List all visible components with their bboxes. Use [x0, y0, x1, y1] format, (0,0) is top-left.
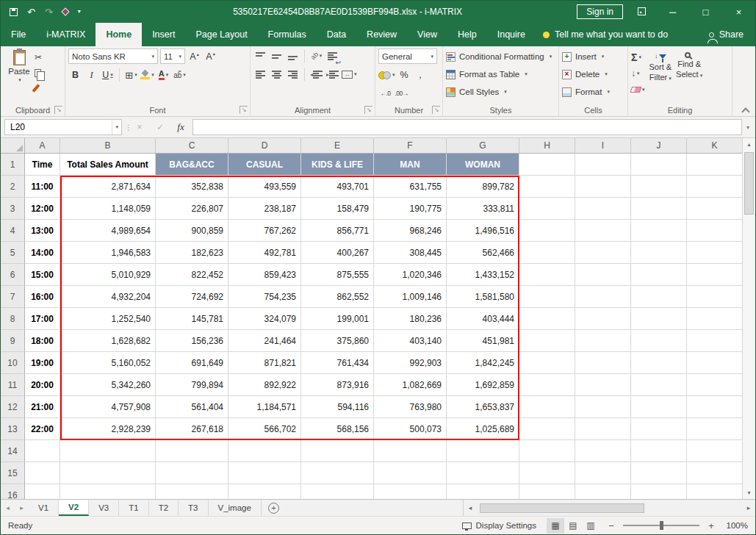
- cell-f8[interactable]: 180,236: [374, 308, 447, 330]
- cell-g1[interactable]: WOMAN: [447, 154, 519, 176]
- zoom-out-button[interactable]: −: [605, 520, 617, 531]
- row-header-12[interactable]: 12: [1, 396, 25, 418]
- decrease-font-size-button[interactable]: A▾: [204, 49, 217, 64]
- name-box[interactable]: L20 ▾: [4, 119, 122, 135]
- cell-f6[interactable]: 1,020,346: [374, 264, 447, 286]
- cell-a8[interactable]: 17:00: [25, 308, 60, 330]
- cell-k16[interactable]: [687, 484, 742, 499]
- cell-k1[interactable]: [687, 154, 742, 176]
- cell-d8[interactable]: 324,079: [228, 308, 301, 330]
- ribbon-tab-file[interactable]: File: [1, 23, 36, 46]
- v-scroll-up-icon[interactable]: ▴: [743, 138, 755, 151]
- cell-f15[interactable]: [374, 462, 447, 484]
- maximize-button[interactable]: □: [689, 1, 722, 23]
- cell-e13[interactable]: 568,156: [301, 418, 374, 440]
- zoom-in-button[interactable]: +: [705, 520, 717, 531]
- column-header-b[interactable]: B: [60, 138, 156, 154]
- cell-j13[interactable]: [631, 418, 687, 440]
- cell-f7[interactable]: 1,009,146: [374, 286, 447, 308]
- cell-e2[interactable]: 493,701: [301, 176, 374, 198]
- cell-f12[interactable]: 763,980: [374, 396, 447, 418]
- sheet-tab-v2[interactable]: V2: [59, 500, 89, 516]
- cell-j4[interactable]: [631, 220, 687, 242]
- formula-input[interactable]: [192, 119, 742, 135]
- phonetic-guide-button[interactable]: ab̃▾: [173, 68, 187, 82]
- cell-i1[interactable]: [575, 154, 631, 176]
- cell-h12[interactable]: [519, 396, 575, 418]
- cell-d10[interactable]: 871,821: [228, 352, 301, 374]
- copy-button[interactable]: ▾: [35, 66, 46, 79]
- cell-h3[interactable]: [519, 198, 575, 220]
- cell-j7[interactable]: [631, 286, 687, 308]
- cell-c4[interactable]: 900,859: [156, 220, 228, 242]
- cell-k4[interactable]: [687, 220, 742, 242]
- cell-d16[interactable]: [228, 484, 301, 499]
- cell-i4[interactable]: [575, 220, 631, 242]
- cell-b10[interactable]: 5,160,052: [60, 352, 156, 374]
- redo-button[interactable]: ↷: [45, 7, 53, 17]
- cell-j9[interactable]: [631, 330, 687, 352]
- sheet-nav-left-icon[interactable]: ◂: [1, 500, 15, 516]
- cell-h14[interactable]: [519, 440, 575, 462]
- cell-d13[interactable]: 566,702: [228, 418, 301, 440]
- column-header-g[interactable]: G: [447, 138, 519, 154]
- cell-h6[interactable]: [519, 264, 575, 286]
- cell-f16[interactable]: [374, 484, 447, 499]
- row-header-11[interactable]: 11: [1, 374, 25, 396]
- cell-d6[interactable]: 859,423: [228, 264, 301, 286]
- column-header-f[interactable]: F: [374, 138, 447, 154]
- minimize-button[interactable]: ─: [656, 1, 689, 23]
- font-dialog-launcher-icon[interactable]: ↘: [240, 106, 248, 114]
- sheet-nav-right-icon[interactable]: ▸: [15, 500, 29, 516]
- ribbon-tab-data[interactable]: Data: [317, 23, 356, 46]
- column-header-a[interactable]: A: [25, 138, 60, 154]
- orientation-button[interactable]: ab▾: [309, 49, 323, 63]
- delete-cells-button[interactable]: × Delete ▾: [562, 66, 624, 82]
- v-scroll-thumb[interactable]: [744, 152, 754, 215]
- cell-b4[interactable]: 4,989,654: [60, 220, 156, 242]
- cell-d5[interactable]: 492,781: [228, 242, 301, 264]
- cell-h4[interactable]: [519, 220, 575, 242]
- cell-g14[interactable]: [447, 440, 519, 462]
- cell-styles-button[interactable]: Cell Styles ▾: [446, 84, 555, 100]
- cell-f1[interactable]: MAN: [374, 154, 447, 176]
- cell-c14[interactable]: [156, 440, 228, 462]
- formula-enter-button[interactable]: ✓: [151, 122, 169, 132]
- formula-cancel-button[interactable]: ×: [131, 122, 148, 132]
- cell-a13[interactable]: 22:00: [25, 418, 60, 440]
- increase-decimal-button[interactable]: ←.0: [378, 86, 392, 101]
- row-header-8[interactable]: 8: [1, 308, 25, 330]
- cell-f11[interactable]: 1,082,669: [374, 374, 447, 396]
- row-header-9[interactable]: 9: [1, 330, 25, 352]
- cell-f5[interactable]: 308,445: [374, 242, 447, 264]
- conditional-formatting-button[interactable]: Conditional Formatting ▾: [446, 49, 555, 65]
- italic-button[interactable]: I: [84, 68, 98, 82]
- merge-center-button[interactable]: ↔▾: [342, 67, 357, 82]
- select-all-corner[interactable]: [1, 138, 25, 154]
- ribbon-tab-page-layout[interactable]: Page Layout: [185, 23, 257, 46]
- row-header-15[interactable]: 15: [1, 462, 25, 484]
- cell-e11[interactable]: 873,916: [301, 374, 374, 396]
- display-settings-button[interactable]: Display Settings: [458, 521, 541, 530]
- customize-qat-button[interactable]: ▾: [78, 9, 81, 15]
- cell-j14[interactable]: [631, 440, 687, 462]
- cell-g13[interactable]: 1,025,689: [447, 418, 519, 440]
- row-header-14[interactable]: 14: [1, 440, 25, 462]
- cell-d9[interactable]: 241,464: [228, 330, 301, 352]
- sheet-tab-v3[interactable]: V3: [89, 500, 119, 516]
- cell-e1[interactable]: KIDS & LIFE: [301, 154, 374, 176]
- cell-g2[interactable]: 899,782: [447, 176, 519, 198]
- name-box-splitter[interactable]: ⋮: [125, 123, 128, 132]
- zoom-slider[interactable]: [623, 525, 699, 526]
- cell-b1[interactable]: Total Sales Amount: [60, 154, 156, 176]
- cell-i10[interactable]: [575, 352, 631, 374]
- cell-b13[interactable]: 2,928,239: [60, 418, 156, 440]
- h-scroll-thumb[interactable]: [480, 503, 644, 513]
- vertical-scrollbar[interactable]: ▴ ▾: [742, 138, 755, 499]
- cell-d14[interactable]: [228, 440, 301, 462]
- cell-d1[interactable]: CASUAL: [228, 154, 301, 176]
- cell-c2[interactable]: 352,838: [156, 176, 228, 198]
- row-header-16[interactable]: 16: [1, 484, 25, 499]
- cell-j15[interactable]: [631, 462, 687, 484]
- cell-e10[interactable]: 761,434: [301, 352, 374, 374]
